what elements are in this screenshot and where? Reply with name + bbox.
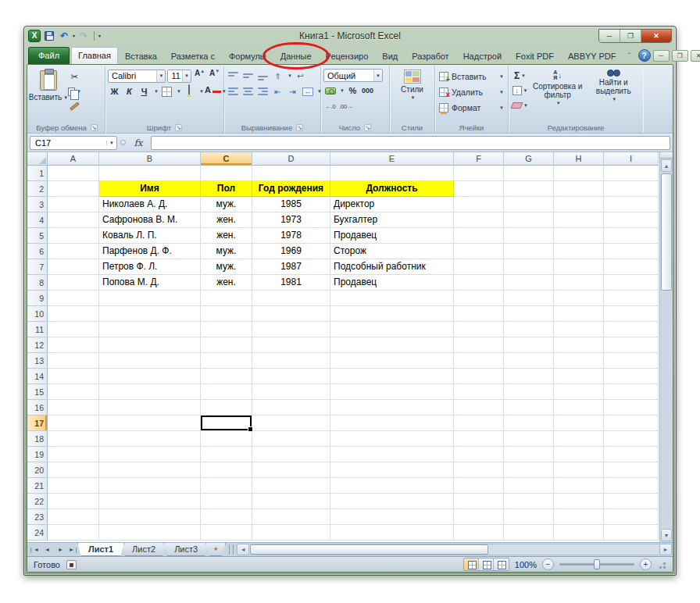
cell-D2[interactable]: Год рождения xyxy=(252,181,330,197)
row-header-1[interactable]: 1 xyxy=(27,166,48,181)
cell-E3[interactable]: Директор xyxy=(330,197,454,212)
cell-H9[interactable] xyxy=(554,291,604,306)
insert-function-button[interactable]: fx xyxy=(129,136,148,150)
cell-H3[interactable] xyxy=(554,197,604,212)
cell-B11[interactable] xyxy=(99,322,201,337)
cell-G3[interactable] xyxy=(504,197,554,212)
font-dialog-launcher[interactable]: ↘ xyxy=(175,124,182,131)
row-header-4[interactable]: 4 xyxy=(27,212,48,228)
tab-Рецензиро[interactable]: Рецензиро xyxy=(319,48,376,64)
cell-H15[interactable] xyxy=(554,384,604,400)
cell-A10[interactable] xyxy=(48,306,99,322)
cell-B16[interactable] xyxy=(99,400,201,416)
cell-H23[interactable] xyxy=(554,509,604,525)
sheet-tab-Лист3[interactable]: Лист3 xyxy=(163,543,209,556)
cell-B17[interactable] xyxy=(99,416,201,431)
cell-A5[interactable] xyxy=(48,228,99,244)
cell-I18[interactable] xyxy=(604,431,659,447)
wrap-text-button[interactable]: ↩ xyxy=(294,69,307,83)
cell-D19[interactable] xyxy=(252,447,330,462)
bold-button[interactable]: Ж xyxy=(108,84,121,98)
cell-B20[interactable] xyxy=(99,462,201,478)
cell-E14[interactable] xyxy=(330,369,454,384)
scroll-down-button[interactable]: ▼ xyxy=(661,529,672,541)
column-header-D[interactable]: D xyxy=(252,152,330,166)
cell-H22[interactable] xyxy=(554,494,604,509)
underline-button[interactable]: Ч xyxy=(138,84,151,98)
cell-D24[interactable] xyxy=(252,525,330,541)
tab-Формулы[interactable]: Формулы xyxy=(222,48,273,64)
cell-B19[interactable] xyxy=(99,447,201,462)
cell-F4[interactable] xyxy=(454,212,504,228)
row-header-6[interactable]: 6 xyxy=(27,244,48,259)
cell-B13[interactable] xyxy=(99,353,201,369)
prev-sheet-button[interactable]: ◄ xyxy=(41,543,54,556)
cell-H6[interactable] xyxy=(554,244,604,259)
cell-A24[interactable] xyxy=(48,525,99,541)
cell-I21[interactable] xyxy=(604,478,659,494)
align-middle-button[interactable] xyxy=(241,69,255,83)
tab-Разработ[interactable]: Разработ xyxy=(405,48,455,64)
cell-C9[interactable] xyxy=(201,291,252,306)
row-header-21[interactable]: 21 xyxy=(27,478,48,494)
tab-Данные[interactable]: Данные xyxy=(273,48,319,64)
cell-E16[interactable] xyxy=(330,400,454,416)
align-center-button[interactable] xyxy=(241,84,255,98)
cell-G22[interactable] xyxy=(504,494,554,509)
cell-E15[interactable] xyxy=(330,384,454,400)
decrease-font-button[interactable]: А▼ xyxy=(208,69,221,83)
cell-F22[interactable] xyxy=(454,494,504,509)
row-header-12[interactable]: 12 xyxy=(27,337,48,353)
workbook-restore-button[interactable]: ❐ xyxy=(672,50,688,62)
cell-D8[interactable]: 1981 xyxy=(252,275,330,291)
cell-B6[interactable]: Парфенов Д. Ф. xyxy=(99,244,201,259)
cell-C6[interactable]: муж. xyxy=(201,244,252,259)
cell-A12[interactable] xyxy=(48,337,99,353)
cell-G5[interactable] xyxy=(504,228,554,244)
cell-B15[interactable] xyxy=(99,384,201,400)
cell-G10[interactable] xyxy=(504,306,554,322)
horizontal-scroll-track[interactable] xyxy=(249,544,659,555)
row-header-10[interactable]: 10 xyxy=(27,306,48,322)
number-format-combo[interactable]: Общий▼ xyxy=(323,69,383,82)
zoom-slider-thumb[interactable] xyxy=(594,559,600,569)
row-header-7[interactable]: 7 xyxy=(27,259,48,275)
cell-E22[interactable] xyxy=(330,494,454,509)
row-header-16[interactable]: 16 xyxy=(27,400,48,416)
save-button[interactable] xyxy=(43,30,55,42)
percent-format-button[interactable]: % xyxy=(346,84,359,98)
redo-button[interactable]: ↷ xyxy=(77,30,90,42)
cell-E12[interactable] xyxy=(330,337,454,353)
view-page-break-button[interactable] xyxy=(494,558,509,570)
cell-B5[interactable]: Коваль Л. П. xyxy=(99,228,201,244)
align-right-button[interactable] xyxy=(256,84,270,98)
cell-B7[interactable]: Петров Ф. Л. xyxy=(99,259,201,275)
tab-splitter[interactable] xyxy=(229,544,234,555)
cell-I16[interactable] xyxy=(604,400,659,416)
insert-cells-button[interactable]: Вставить ▼ xyxy=(438,70,505,84)
vertical-scroll-thumb[interactable] xyxy=(661,173,672,291)
cell-D4[interactable]: 1973 xyxy=(252,212,330,228)
cell-I10[interactable] xyxy=(604,306,659,322)
cell-H1[interactable] xyxy=(554,166,604,181)
undo-dropdown-icon[interactable]: ▾ xyxy=(73,33,75,38)
cell-I24[interactable] xyxy=(604,525,659,541)
tab-ABBYY PDF[interactable]: ABBYY PDF xyxy=(561,48,623,64)
cell-H10[interactable] xyxy=(554,306,604,322)
cell-D23[interactable] xyxy=(252,509,330,525)
cell-G21[interactable] xyxy=(504,478,554,494)
help-icon[interactable]: ? xyxy=(638,49,651,62)
cell-E4[interactable]: Бухгалтер xyxy=(330,212,454,228)
view-normal-button[interactable] xyxy=(464,558,479,570)
collapse-ribbon-icon[interactable]: ˆ xyxy=(623,52,636,59)
cell-E23[interactable] xyxy=(330,509,454,525)
cell-G17[interactable] xyxy=(504,416,554,431)
cell-A13[interactable] xyxy=(48,353,99,369)
select-all-corner[interactable] xyxy=(27,152,48,166)
cell-H16[interactable] xyxy=(554,400,604,416)
cell-E18[interactable] xyxy=(330,431,454,447)
horizontal-scroll-thumb[interactable] xyxy=(250,544,488,555)
cell-F6[interactable] xyxy=(454,244,504,259)
cell-D20[interactable] xyxy=(252,462,330,478)
cell-B21[interactable] xyxy=(99,478,201,494)
